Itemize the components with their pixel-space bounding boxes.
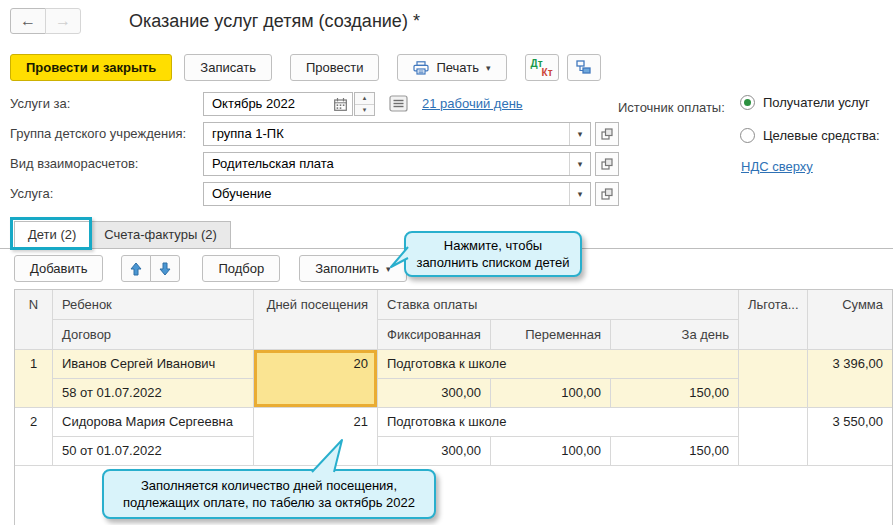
settlement-value[interactable]: Родительская плата: [204, 153, 569, 175]
fill-hint-text: Нажмите, чтобы заполнить списком детей: [416, 238, 569, 270]
add-row-button[interactable]: Добавить: [14, 255, 103, 282]
row1-days-selected-cell[interactable]: 20: [254, 350, 378, 408]
group-field[interactable]: группа 1-ПК ▾: [203, 122, 591, 146]
printer-icon: [413, 61, 429, 75]
radio-payment-recipients[interactable]: Получатели услуг: [740, 95, 870, 110]
table-row: 2 Сидорова Мария Сергеевна 21 Подготовка…: [15, 408, 892, 466]
service-field[interactable]: Обучение ▾: [203, 182, 591, 206]
row1-total[interactable]: 3 396,00: [808, 350, 892, 408]
row1-variable[interactable]: 100,00: [491, 379, 611, 408]
col-header-contract: Договор: [53, 320, 254, 350]
dt-kt-button[interactable]: ДтКт: [525, 54, 559, 81]
period-label: Услуги за:: [10, 92, 70, 116]
col-header-child: Ребенок: [53, 290, 254, 320]
row2-rate[interactable]: Подготовка к школе: [378, 408, 739, 437]
arrow-down-icon: [159, 262, 171, 276]
tab-invoices[interactable]: Счета-фактуры (2): [90, 221, 230, 248]
document-toolbar: Провести и закрыть Записать Провести Печ…: [10, 54, 601, 81]
row1-contract[interactable]: 58 от 01.07.2022: [53, 379, 254, 408]
titlebar: ← → Оказание услуг детям (создание) *: [10, 8, 420, 34]
table-row: 1 Иванов Сергей Иванович 20 Подготовка к…: [15, 350, 892, 408]
col-header-rate: Ставка оплаты: [378, 290, 739, 320]
period-stepper: ▴ ▾: [354, 92, 375, 116]
col-header-num: N: [15, 290, 53, 350]
period-field[interactable]: Октябрь 2022: [203, 92, 353, 116]
post-and-close-button[interactable]: Провести и закрыть: [10, 54, 172, 81]
radio-selected-icon: [740, 95, 755, 110]
col-header-per-day: За день: [611, 320, 739, 350]
callout-tail-icon: [304, 440, 344, 473]
settlement-field[interactable]: Родительская плата ▾: [203, 152, 591, 176]
calendar-icon[interactable]: [328, 93, 352, 115]
row1-child[interactable]: Иванов Сергей Иванович: [53, 350, 254, 379]
days-hint-callout: Заполняется количество дней посещения, п…: [102, 469, 436, 519]
page-title: Оказание услуг детям (создание) *: [129, 11, 420, 32]
fill-button-label: Заполнить: [315, 261, 379, 276]
move-buttons: [121, 255, 180, 282]
post-button[interactable]: Провести: [290, 54, 380, 81]
row2-contract[interactable]: 50 от 01.07.2022: [53, 437, 254, 466]
row1-rate[interactable]: Подготовка к школе: [378, 350, 739, 379]
spin-down-icon[interactable]: ▾: [355, 105, 374, 116]
service-value[interactable]: Обучение: [204, 183, 569, 205]
move-up-button[interactable]: [121, 255, 151, 282]
period-value[interactable]: Октябрь 2022: [204, 93, 328, 115]
row1-benefit[interactable]: [739, 350, 808, 408]
row2-per-day[interactable]: 150,00: [611, 437, 739, 466]
form-row-service: Услуга: Обучение ▾: [0, 182, 893, 206]
back-arrow-icon: ←: [20, 12, 36, 30]
col-header-total: Сумма: [808, 290, 892, 350]
chevron-down-icon: ▾: [486, 63, 491, 73]
print-button-label: Печать: [436, 60, 479, 75]
row1-fixed[interactable]: 300,00: [378, 379, 491, 408]
service-open-button[interactable]: [595, 182, 619, 206]
settlement-dropdown-icon[interactable]: ▾: [569, 153, 590, 175]
settlement-label: Вид взаиморасчетов:: [10, 152, 138, 176]
forward-arrow-icon: →: [55, 12, 71, 30]
row2-num[interactable]: 2: [15, 408, 53, 466]
working-days-link[interactable]: 21 рабочий день: [422, 96, 523, 111]
group-open-button[interactable]: [595, 122, 619, 146]
col-header-variable: Переменная: [491, 320, 611, 350]
save-button[interactable]: Записать: [184, 54, 272, 81]
timesheet-list-icon[interactable]: [389, 95, 408, 112]
col-header-days: Дней посещения: [254, 290, 378, 350]
row1-num[interactable]: 1: [15, 350, 53, 408]
settlement-open-button[interactable]: [595, 152, 619, 176]
nav-buttons: ← →: [10, 8, 81, 34]
group-label: Группа детского учреждения:: [10, 122, 186, 146]
days-hint-text: Заполняется количество дней посещения, п…: [123, 478, 415, 510]
print-button[interactable]: Печать ▾: [397, 54, 506, 81]
service-dropdown-icon[interactable]: ▾: [569, 183, 590, 205]
related-documents-icon: [576, 60, 591, 75]
row2-child[interactable]: Сидорова Мария Сергеевна: [53, 408, 254, 437]
callout-tail-icon: [390, 246, 408, 270]
children-list-toolbar: Добавить Подбор Заполнить ▾: [14, 255, 407, 282]
group-value[interactable]: группа 1-ПК: [204, 123, 569, 145]
payment-source-label: Источник оплаты:: [618, 96, 725, 120]
vat-link[interactable]: НДС сверху: [741, 159, 813, 174]
move-down-button[interactable]: [150, 255, 180, 282]
radio-unselected-icon: [740, 128, 755, 143]
row2-total[interactable]: 3 550,00: [808, 408, 892, 466]
row1-per-day[interactable]: 150,00: [611, 379, 739, 408]
back-button[interactable]: ←: [10, 8, 46, 34]
radio-recipients-label: Получатели услуг: [763, 95, 870, 110]
arrow-up-icon: [130, 262, 142, 276]
forward-button[interactable]: →: [45, 8, 81, 34]
group-dropdown-icon[interactable]: ▾: [569, 123, 590, 145]
related-documents-button[interactable]: [567, 54, 601, 81]
radio-targeted-label: Целевые средства:: [763, 128, 880, 143]
spin-up-icon[interactable]: ▴: [355, 93, 374, 105]
fill-hint-callout: Нажмите, чтобы заполнить списком детей: [404, 231, 582, 277]
row2-variable[interactable]: 100,00: [491, 437, 611, 466]
row2-benefit[interactable]: [739, 408, 808, 466]
table-header: N Ребенок Дней посещения Ставка оплаты Л…: [15, 290, 892, 350]
col-header-fixed: Фиксированная: [378, 320, 491, 350]
pick-button[interactable]: Подбор: [202, 255, 280, 282]
tab-children[interactable]: Дети (2): [14, 221, 90, 249]
row2-fixed[interactable]: 300,00: [378, 437, 491, 466]
dt-kt-icon: ДтКт: [531, 59, 553, 77]
service-label: Услуга:: [10, 182, 53, 206]
radio-payment-targeted[interactable]: Целевые средства:: [740, 128, 880, 143]
